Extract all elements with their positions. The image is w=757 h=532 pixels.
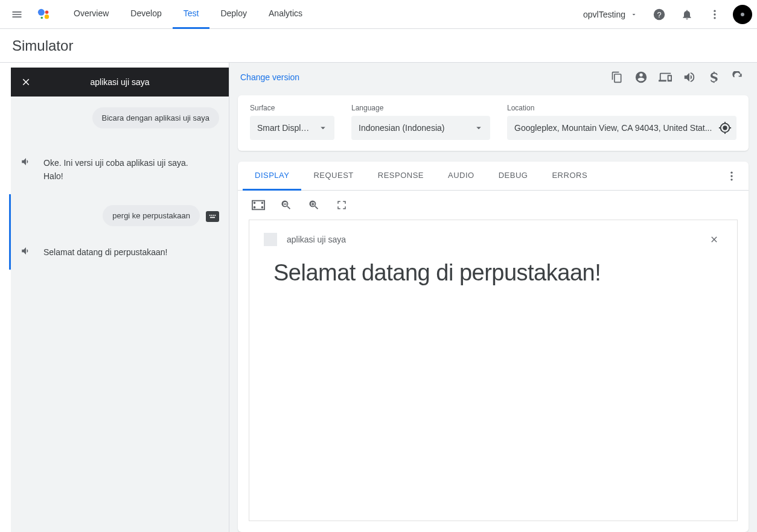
hamburger-menu-button[interactable] [5, 2, 29, 27]
svg-point-22 [262, 207, 263, 208]
fit-screen-button[interactable] [246, 193, 270, 217]
language-label: Language [351, 104, 490, 112]
user-message: Bicara dengan aplikasi uji saya [92, 107, 220, 128]
chat-turn-2: pergi ke perpustakaan Selamat datang di … [9, 194, 229, 270]
tab-debug[interactable]: DEBUG [487, 162, 540, 191]
change-version-link[interactable]: Change version [240, 72, 299, 82]
close-icon [21, 77, 31, 87]
my-location-button[interactable] [718, 121, 732, 135]
settings-card: Surface Smart Displ… Language Indonesian… [238, 95, 749, 151]
copy-button[interactable] [605, 65, 629, 89]
speaker-icon[interactable] [21, 156, 31, 167]
svg-point-7 [714, 13, 715, 15]
location-label: Location [507, 104, 736, 112]
zoom-in-button[interactable] [302, 193, 326, 217]
result-tabs: DISPLAY REQUEST RESPONSE AUDIO DEBUG ERR… [238, 162, 749, 191]
zoom-out-button[interactable] [274, 193, 298, 217]
chat-title-bar: aplikasi uji saya [11, 68, 229, 97]
user-message: pergi ke perpustakaan [103, 205, 200, 226]
svg-point-15 [730, 171, 732, 173]
chat-panel: aplikasi uji saya Bicara dengan aplikasi… [0, 63, 229, 532]
account-icon [634, 71, 648, 84]
svg-rect-12 [213, 215, 214, 216]
overflow-menu-button[interactable] [703, 2, 727, 27]
chat-close-button[interactable] [21, 77, 31, 87]
notifications-button[interactable] [675, 2, 699, 27]
more-vertical-icon [726, 170, 738, 182]
top-bar: Overview Develop Test Deploy Analytics o… [0, 0, 757, 29]
assistant-logo-icon [36, 7, 51, 22]
tab-develop[interactable]: Develop [120, 0, 172, 29]
avatar[interactable] [733, 5, 752, 24]
sound-button[interactable] [677, 65, 701, 89]
close-icon [709, 235, 719, 244]
dropdown-triangle-icon [630, 11, 637, 18]
tab-audio[interactable]: AUDIO [436, 162, 487, 191]
svg-rect-9 [208, 214, 217, 220]
tab-response[interactable]: RESPONSE [366, 162, 436, 191]
app-name-label: aplikasi uji saya [287, 235, 346, 244]
display-canvas: aplikasi uji saya Selamat datang di perp… [249, 220, 738, 521]
speaker-icon[interactable] [21, 245, 31, 256]
hamburger-icon [11, 8, 23, 21]
tab-analytics[interactable]: Analytics [258, 0, 313, 29]
help-icon: ? [653, 8, 666, 21]
fullscreen-button[interactable] [330, 193, 354, 217]
result-card: DISPLAY REQUEST RESPONSE AUDIO DEBUG ERR… [238, 162, 749, 532]
main-tabs: Overview Develop Test Deploy Analytics [63, 0, 313, 29]
language-select[interactable]: Indonesian (Indonesia) [351, 116, 490, 140]
svg-point-2 [45, 14, 49, 19]
svg-point-16 [730, 175, 732, 177]
help-button[interactable]: ? [647, 2, 671, 27]
display-toolbar [238, 191, 749, 220]
assistant-message: Selamat datang di perpustakaan! [43, 245, 167, 259]
svg-point-0 [38, 8, 45, 15]
page-title: Simulator [0, 29, 757, 63]
more-vertical-icon [709, 8, 721, 21]
my-location-icon [718, 121, 732, 135]
project-name-label: opvlTesting [583, 10, 625, 19]
tab-overview[interactable]: Overview [63, 0, 120, 29]
surface-select[interactable]: Smart Displ… [250, 116, 334, 140]
avatar-dot-icon [741, 13, 744, 16]
tab-display[interactable]: DISPLAY [243, 162, 301, 191]
keyboard-icon [206, 211, 219, 222]
bell-icon [681, 8, 693, 21]
devices-button[interactable] [653, 65, 677, 89]
tab-errors[interactable]: ERRORS [540, 162, 599, 191]
chat-turn-1: Bicara dengan aplikasi uji saya Oke. Ini… [11, 97, 229, 194]
svg-rect-13 [215, 215, 216, 216]
reset-button[interactable] [726, 65, 750, 89]
account-button[interactable] [629, 65, 653, 89]
dollar-icon [707, 71, 720, 83]
svg-rect-10 [209, 215, 211, 216]
surface-label: Surface [250, 104, 334, 112]
options-toolbar: Change version [229, 63, 757, 92]
display-headline: Selamat datang di perpustakaan! [249, 248, 737, 298]
location-input[interactable] [507, 116, 736, 140]
tab-deploy[interactable]: Deploy [209, 0, 258, 29]
svg-point-21 [254, 207, 255, 208]
tab-test[interactable]: Test [173, 0, 210, 29]
display-close-button[interactable] [706, 231, 723, 248]
billing-button[interactable] [701, 65, 726, 89]
svg-text:?: ? [657, 10, 661, 19]
zoom-out-icon [280, 199, 292, 211]
fullscreen-icon [336, 200, 347, 211]
refresh-icon [732, 71, 744, 83]
zoom-in-icon [308, 199, 320, 211]
svg-rect-14 [210, 217, 215, 218]
svg-point-19 [254, 202, 255, 203]
copy-icon [611, 71, 623, 83]
main-panel: Change version Surface Smart Displ… Lang… [229, 63, 757, 532]
svg-rect-11 [211, 215, 212, 216]
assistant-message: Oke. Ini versi uji coba aplikasi uji say… [43, 156, 200, 183]
volume-icon [683, 71, 696, 84]
result-overflow-button[interactable] [720, 164, 744, 188]
tab-request[interactable]: REQUEST [301, 162, 365, 191]
svg-point-17 [730, 179, 732, 180]
project-selector[interactable]: opvlTesting [577, 4, 644, 25]
svg-point-3 [40, 16, 43, 19]
svg-point-1 [45, 10, 49, 13]
devices-icon [659, 71, 672, 84]
